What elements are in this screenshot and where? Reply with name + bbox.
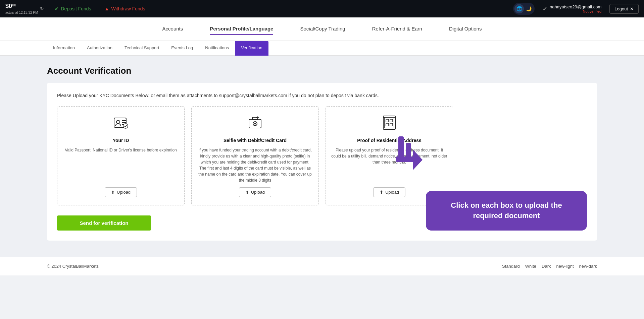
top-bar: $000 actual at 12:13:32 PM ↻ ✔ Deposit F… (0, 0, 644, 17)
upload-address-label: Upload (385, 190, 399, 195)
nav-accounts[interactable]: Accounts (162, 23, 183, 35)
upload-box-address[interactable]: Proof of Residential Address Please uplo… (326, 106, 453, 205)
logout-label: Logout (614, 6, 628, 11)
subnav-notifications[interactable]: Notifications (199, 41, 235, 56)
nav-social-trading[interactable]: Social/Copy Trading (300, 23, 345, 35)
upload-box-selfie[interactable]: Selfie with Debit/Credit Card If you hav… (191, 106, 319, 205)
upload-selfie-label: Upload (251, 190, 265, 195)
svg-rect-12 (385, 117, 394, 128)
svg-rect-16 (390, 123, 393, 126)
upload-id-button[interactable]: ⬆ Upload (105, 187, 137, 197)
id-box-desc: Valid Passport, National ID or Driver's … (65, 147, 177, 153)
svg-rect-19 (396, 156, 415, 162)
theme-toggle: 🌐 🌙 (513, 3, 535, 15)
theme-new-light[interactable]: new-light (556, 264, 574, 269)
theme-new-dark[interactable]: new-dark (579, 264, 597, 269)
main-nav: Accounts Personal Profile/Language Socia… (0, 17, 644, 41)
selfie-icon (247, 115, 263, 134)
verification-panel: Please Upload your KYC Documents Below: … (47, 83, 597, 241)
send-verification-button[interactable]: Send for verification (57, 215, 151, 231)
subnav-events-log[interactable]: Events Log (165, 41, 199, 56)
subnav-verification[interactable]: Verification (235, 41, 268, 56)
theme-standard[interactable]: Standard (502, 264, 520, 269)
page-content: Account Verification Please Upload your … (0, 56, 644, 257)
balance-cents: 00 (12, 3, 16, 7)
subnav-authorization[interactable]: Authorization (81, 41, 118, 56)
deposit-label: Deposit Funds (61, 6, 91, 11)
withdraw-icon: ▲ (105, 6, 109, 11)
balance-display: $000 actual at 12:13:32 PM ↻ (5, 3, 44, 15)
svg-point-5 (123, 124, 128, 128)
subnav-information[interactable]: Information (47, 41, 81, 56)
footer: © 2024 CrystalBallMarkets Standard White… (0, 257, 644, 275)
logout-icon: ✕ (630, 6, 634, 11)
upload-id-label: Upload (117, 190, 131, 195)
upload-address-button[interactable]: ⬆ Upload (373, 187, 405, 197)
nav-digital-options[interactable]: Digital Options (449, 23, 482, 35)
upload-address-icon: ⬆ (380, 190, 383, 195)
upload-box-id[interactable]: Your ID Valid Passport, National ID or D… (57, 106, 185, 205)
verified-status-icon: ✔ (543, 6, 547, 12)
selfie-box-desc: If you have funded your trading account … (197, 147, 313, 183)
balance-time: actual at 12:13:32 PM (5, 11, 38, 14)
light-theme-button[interactable]: 🌐 (514, 4, 524, 13)
svg-point-9 (254, 123, 256, 125)
theme-dark[interactable]: Dark (542, 264, 551, 269)
svg-rect-17 (398, 136, 404, 160)
svg-rect-10 (383, 117, 395, 129)
id-box-title: Your ID (113, 138, 129, 143)
svg-rect-15 (386, 123, 389, 126)
page-title: Account Verification (47, 66, 597, 76)
refresh-icon[interactable]: ↻ (40, 6, 44, 11)
nav-personal-profile[interactable]: Personal Profile/Language (210, 23, 273, 35)
theme-white[interactable]: White (525, 264, 536, 269)
dark-theme-button[interactable]: 🌙 (524, 4, 533, 13)
sub-nav: Information Authorization Technical Supp… (0, 41, 644, 56)
svg-rect-14 (390, 119, 393, 122)
id-icon (113, 115, 129, 134)
footer-themes: Standard White Dark new-light new-dark (502, 264, 597, 269)
upload-selfie-button[interactable]: ⬆ Upload (239, 187, 271, 197)
upload-boxes: Your ID Valid Passport, National ID or D… (57, 106, 587, 205)
copyright: © 2024 CrystalBallMarkets (47, 264, 99, 269)
withdraw-label: Withdraw Funds (111, 6, 145, 11)
logout-button[interactable]: Logout ✕ (609, 4, 639, 14)
upload-tooltip: Click on each box to upload the required… (426, 191, 587, 231)
address-icon (381, 115, 397, 134)
deposit-button[interactable]: ✔ Deposit Funds (52, 5, 94, 13)
nav-refer-friend[interactable]: Refer-A-Friend & Earn (372, 23, 422, 35)
user-info: nahayatseo29@gmail.com Not verified (550, 4, 601, 13)
light-theme-icon: 🌐 (516, 6, 522, 11)
upload-selfie-icon: ⬆ (245, 190, 249, 195)
subnav-technical-support[interactable]: Technical Support (118, 41, 165, 56)
svg-rect-11 (383, 116, 395, 128)
deposit-icon: ✔ (55, 6, 59, 11)
withdraw-button[interactable]: ▲ Withdraw Funds (102, 5, 148, 13)
svg-point-1 (116, 120, 120, 124)
user-email: nahayatseo29@gmail.com (550, 4, 601, 9)
selfie-box-title: Selfie with Debit/Credit Card (224, 138, 287, 143)
user-status: Not verified (583, 9, 602, 13)
tooltip-text: Click on each box to upload the required… (451, 201, 562, 220)
svg-marker-20 (413, 150, 423, 170)
address-box-desc: Please upload your proof of residential … (331, 147, 447, 165)
balance-amount: $0 (5, 3, 12, 9)
brand-logo-icon (396, 136, 423, 174)
upload-id-icon: ⬆ (111, 190, 115, 195)
svg-rect-13 (386, 119, 389, 122)
kyc-notice: Please Upload your KYC Documents Below: … (57, 93, 587, 98)
dark-theme-icon: 🌙 (526, 6, 532, 11)
